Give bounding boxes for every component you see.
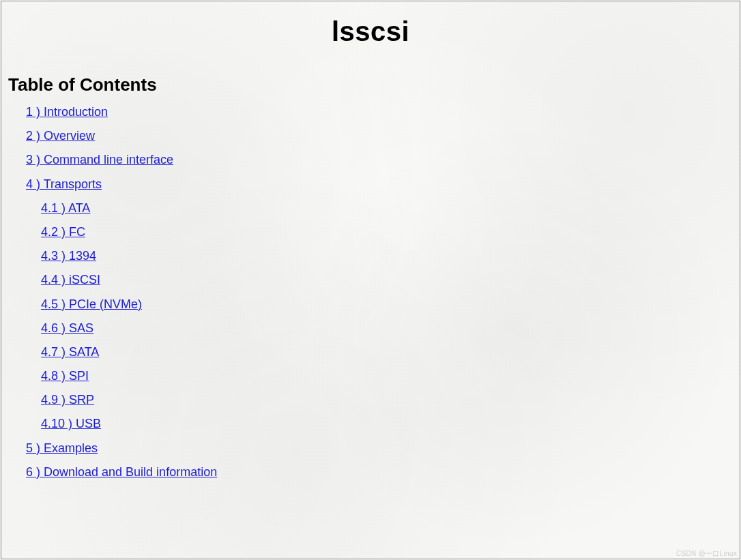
toc-item: 3 ) Command line interface [26,151,740,168]
toc-link-iscsi[interactable]: 4.4 ) iSCSI [41,273,100,286]
toc-item: 4.9 ) SRP [41,392,740,409]
toc-item: 4.7 ) SATA [41,344,740,361]
toc-link-sas[interactable]: 4.6 ) SAS [41,321,93,335]
toc-item: 4.3 ) 1394 [41,248,740,265]
toc-link-cli[interactable]: 3 ) Command line interface [26,153,173,166]
toc-item: 4.1 ) ATA [41,200,740,217]
toc-item: 4 ) Transports 4.1 ) ATA 4.2 ) FC 4.3 ) … [26,176,740,433]
toc-item: 4.10 ) USB [41,415,740,432]
toc-link-srp[interactable]: 4.9 ) SRP [41,393,94,407]
toc-item: 2 ) Overview [26,128,740,145]
toc-item: 4.5 ) PCIe (NVMe) [41,296,740,313]
toc-link-download-build[interactable]: 6 ) Download and Build information [26,465,217,479]
watermark: CSDN @一口Linux [676,549,737,559]
toc-link-introduction[interactable]: 1 ) Introduction [26,105,108,119]
toc-item: 5 ) Examples [26,440,740,457]
toc-link-sata[interactable]: 4.7 ) SATA [41,345,99,359]
page-title: lsscsi [1,16,740,47]
toc-item: 4.4 ) iSCSI [41,271,740,289]
toc-link-ata[interactable]: 4.1 ) ATA [41,201,90,215]
toc-item: 6 ) Download and Build information [26,464,740,481]
toc-link-usb[interactable]: 4.10 ) USB [41,417,101,430]
toc-link-examples[interactable]: 5 ) Examples [26,441,98,455]
toc-item: 4.6 ) SAS [41,320,740,337]
toc-link-spi[interactable]: 4.8 ) SPI [41,369,89,383]
toc-link-fc[interactable]: 4.2 ) FC [41,225,85,239]
toc-link-1394[interactable]: 4.3 ) 1394 [41,249,96,263]
toc-sublist: 4.1 ) ATA 4.2 ) FC 4.3 ) 1394 4.4 ) iSCS… [26,200,740,433]
toc-link-transports[interactable]: 4 ) Transports [26,177,102,191]
toc-item: 1 ) Introduction [26,104,740,121]
toc-item: 4.2 ) FC [41,224,740,241]
toc-link-pcie-nvme[interactable]: 4.5 ) PCIe (NVMe) [41,297,142,311]
toc-item: 4.8 ) SPI [41,368,740,385]
page-frame: lsscsi Table of Contents 1 ) Introductio… [1,1,740,559]
toc-list: 1 ) Introduction 2 ) Overview 3 ) Comman… [1,104,740,481]
toc-link-overview[interactable]: 2 ) Overview [26,129,95,143]
toc-heading: Table of Contents [8,74,740,95]
